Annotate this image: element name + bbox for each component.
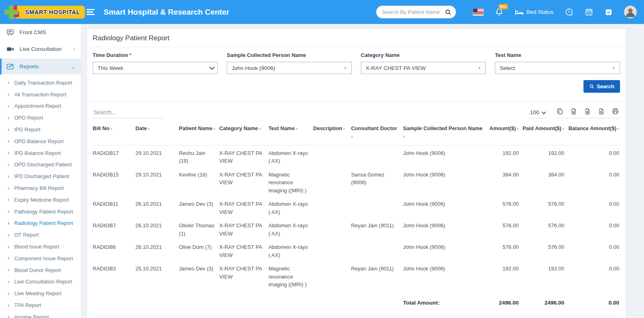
csv-export-icon[interactable] xyxy=(584,108,591,115)
bed-status-button[interactable]: Bed Status xyxy=(515,9,553,16)
column-header-consultant-doctor[interactable]: Consultant Doctor ▾ xyxy=(351,122,403,145)
table-cell: James Dev (3) xyxy=(179,261,219,291)
column-header-amount-[interactable]: Amount($) ▾ xyxy=(488,122,520,145)
table-cell: X-RAY CHEST PA VIEW xyxy=(219,218,268,240)
task-check-icon[interactable] xyxy=(605,8,613,16)
excel-export-icon[interactable] xyxy=(570,108,577,115)
patient-search-input[interactable] xyxy=(382,9,445,15)
chevron-right-icon: › xyxy=(8,127,9,133)
pdf-export-icon[interactable] xyxy=(598,108,605,115)
sidebar-item-daily-transaction-report[interactable]: ›Daily Transaction Report xyxy=(0,77,81,89)
column-header-label: Amount($) xyxy=(490,125,516,131)
sidebar-item-opd-report[interactable]: ›OPD Report xyxy=(0,112,81,124)
table-cell: RADIOB15 xyxy=(93,167,135,197)
radiology-report-table: Bill No ▾Date ▾Patient Name ▾Category Na… xyxy=(93,122,621,312)
sidebar-item-blood-donor-report[interactable]: ›Blood Donor Report xyxy=(0,264,81,276)
sidebar-item-label: Live Consultation Report xyxy=(14,279,72,285)
table-cell: John Hook (9006) xyxy=(403,196,488,218)
sidebar-item-opd-balance-report[interactable]: ›OPD Balance Report xyxy=(0,135,81,147)
table-search-input[interactable] xyxy=(93,107,164,118)
language-flag-icon[interactable] xyxy=(473,9,484,15)
brand-logo[interactable]: SMART HOSPITAL xyxy=(0,0,81,24)
page-size-select[interactable]: 100 xyxy=(528,108,546,118)
chevron-right-icon: › xyxy=(8,150,9,156)
column-header-category-name[interactable]: Category Name ▾ xyxy=(219,122,268,145)
column-header-date[interactable]: Date ▾ xyxy=(135,122,179,145)
search-button[interactable]: Search xyxy=(583,80,620,93)
column-header-paid-amount-[interactable]: Paid Amount($) ▾ xyxy=(520,122,566,145)
column-header-test-name[interactable]: Test Name ▾ xyxy=(269,122,313,145)
column-header-sample-collected-person-name[interactable]: Sample Collected Person Name ▾ xyxy=(403,122,488,145)
calendar-icon[interactable] xyxy=(585,8,593,16)
table-cell: 576.00 xyxy=(520,196,566,218)
table-cell: John Hook (9006) xyxy=(403,261,488,291)
chevron-down-icon xyxy=(542,109,546,114)
sidebar-item-label: Blood Issue Report xyxy=(14,244,59,250)
table-cell xyxy=(313,167,351,197)
sidebar-item-label: OPD Balance Report xyxy=(14,138,63,144)
sidebar-item-ot-report[interactable]: ›OT Report xyxy=(0,229,81,241)
sidebar-item-ipd-balance-report[interactable]: ›IPD Balance Report xyxy=(0,147,81,159)
sidebar-item-expiry-medicine-report[interactable]: ›Expiry Medicine Report xyxy=(0,194,81,206)
sidebar-item-pathology-patient-report[interactable]: ›Pathology Patient Report xyxy=(0,206,81,218)
whatsapp-icon[interactable] xyxy=(565,8,573,16)
sidebar-item-label: OT Report xyxy=(14,232,39,238)
column-header-balance-amount-[interactable]: Balance Amount($) ▾ xyxy=(566,122,621,145)
sidebar-item-reports[interactable]: Reports ⌄ xyxy=(0,59,81,74)
user-avatar[interactable] xyxy=(624,6,637,18)
sidebar-item-radiology-patient-report[interactable]: ›Radiology Patient Report xyxy=(0,218,81,229)
sidebar-item-live-consultation[interactable]: Live Consultation ‹ xyxy=(0,41,81,57)
sidebar-item-all-transaction-report[interactable]: ›All Transaction Report xyxy=(0,89,81,100)
test-select[interactable]: Select ▼ xyxy=(495,62,620,74)
total-label: Total Amount: xyxy=(403,291,488,313)
sidebar-item-blood-issue-report[interactable]: ›Blood Issue Report xyxy=(0,241,81,253)
sidebar-item-pharmacy-bill-report[interactable]: ›Pharmacy Bill Report xyxy=(0,182,81,194)
table-cell: 0.00 xyxy=(566,196,621,218)
table-cell: X-RAY CHEST PA VIEW xyxy=(219,261,268,291)
app-root: SMART HOSPITAL Smart Hospital & Research… xyxy=(0,0,644,318)
sidebar-item-front-cms[interactable]: Front CMS xyxy=(0,24,81,41)
category-select[interactable]: X-RAY CHEST PA VIEW ▼ xyxy=(361,62,486,74)
column-header-label: Bill No xyxy=(93,125,109,131)
sidebar-item-ipd-discharged-patient[interactable]: ›IPD Discharged Patient xyxy=(0,170,81,182)
topbar-main: Smart Hospital & Research Center 591 xyxy=(81,0,644,24)
chevron-right-icon: › xyxy=(8,162,9,168)
column-header-label: Date xyxy=(135,125,147,131)
total-row: Total Amount: 2496.00 2496.00 0.00 xyxy=(93,291,621,313)
table-cell: Abdomen X-rays ( AX) xyxy=(269,196,313,218)
table-cell: 576.00 xyxy=(520,240,566,261)
copy-icon[interactable] xyxy=(556,108,564,115)
time-duration-select[interactable]: This Week xyxy=(93,62,218,74)
sidebar-toggle-icon[interactable] xyxy=(87,9,95,15)
print-icon[interactable] xyxy=(611,107,619,115)
sidebar-item-label: Live Meeting Report xyxy=(14,290,61,296)
chevron-down-icon: ⌄ xyxy=(71,63,75,70)
sidebar-item-opd-discharged-patient[interactable]: ›OPD Discharged Patient xyxy=(0,159,81,171)
chevron-right-icon: › xyxy=(8,115,9,121)
table-cell xyxy=(351,240,403,261)
table-cell: 29.10.2021 xyxy=(135,167,179,197)
sidebar-item-live-consultation-report[interactable]: ›Live Consultation Report xyxy=(0,276,81,288)
chevron-left-icon: ‹ xyxy=(74,46,75,52)
sample-person-select[interactable]: John Hook (9006) ▼ xyxy=(227,62,352,74)
reports-submenu: ›Daily Transaction Report›All Transactio… xyxy=(0,74,81,318)
search-icon[interactable] xyxy=(445,9,452,16)
table-toolbar: 100 xyxy=(87,102,626,120)
column-header-description[interactable]: Description ▾ xyxy=(313,122,351,145)
filter-label: Time Duration* xyxy=(93,52,218,58)
chevron-right-icon: › xyxy=(8,138,9,144)
sidebar-item-tpa-report[interactable]: ›TPA Report xyxy=(0,299,81,311)
column-header-patient-name[interactable]: Patient Name ▾ xyxy=(179,122,219,145)
notification-bell-icon[interactable]: 591 xyxy=(495,8,503,16)
sidebar-item-appointment-report[interactable]: ›Appointment Report xyxy=(0,100,81,112)
sort-caret-icon: ▾ xyxy=(295,127,297,131)
table-row: RADIOB1529.10.2021Kevline (18)X-RAY CHES… xyxy=(93,167,621,197)
sort-caret-icon: ▾ xyxy=(258,127,261,131)
sidebar-item-income-report[interactable]: ›Income Report xyxy=(0,311,81,318)
column-header-bill-no[interactable]: Bill No ▾ xyxy=(93,122,135,145)
sidebar-item-label: OPD Discharged Patient xyxy=(14,161,72,168)
sidebar-item-component-issue-report[interactable]: ›Component Issue Report xyxy=(0,253,81,264)
sidebar-item-live-meeting-report[interactable]: ›Live Meeting Report xyxy=(0,288,81,299)
sidebar-item-ipd-report[interactable]: ›IPD Report xyxy=(0,124,81,135)
chevron-down-icon: ▼ xyxy=(612,66,615,70)
